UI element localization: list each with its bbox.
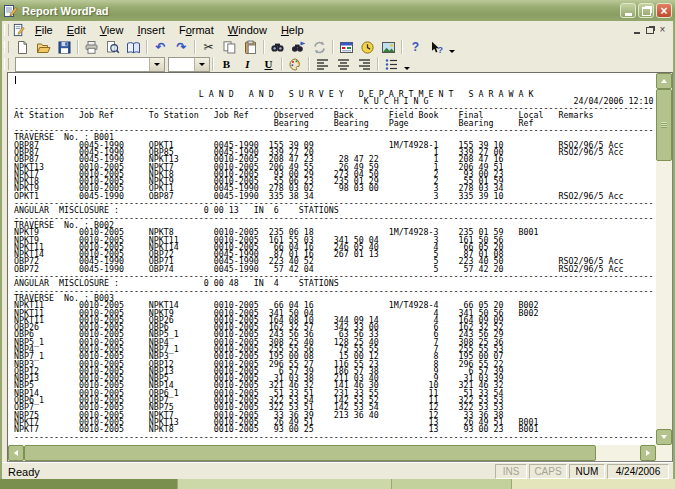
- horizontal-scroll-thumb[interactable]: [24, 445, 596, 461]
- menu-view[interactable]: View: [93, 22, 131, 38]
- copy-button[interactable]: [219, 39, 240, 56]
- menu-insert[interactable]: Insert: [130, 22, 172, 38]
- mdi-close-button[interactable]: ×: [656, 24, 669, 36]
- taskbar[interactable]: [0, 479, 675, 489]
- toolbar-options-chevron[interactable]: [402, 55, 411, 73]
- open-folder-button[interactable]: [33, 39, 54, 56]
- restore-button[interactable]: [638, 3, 654, 18]
- chevron-down-icon[interactable]: [194, 58, 209, 71]
- num-indicator: NUM: [569, 464, 605, 479]
- replace-button[interactable]: [309, 39, 330, 56]
- arrow-right-icon: [646, 450, 650, 456]
- mdi-restore-button[interactable]: [643, 24, 656, 36]
- undo-button[interactable]: ↶: [150, 39, 171, 56]
- find-button[interactable]: [267, 39, 288, 56]
- arrow-down-icon: [661, 435, 667, 439]
- close-button[interactable]: ×: [656, 3, 672, 18]
- window-title: Report WordPad: [22, 5, 109, 17]
- open-folder-icon: [36, 40, 51, 55]
- context-help-icon: ?: [429, 40, 444, 55]
- book-button[interactable]: [123, 39, 144, 56]
- toolbar-gripper[interactable]: [4, 24, 9, 36]
- scroll-up-button[interactable]: [656, 73, 672, 89]
- redo-button[interactable]: ↷: [171, 39, 192, 56]
- undo-icon: ↶: [155, 41, 165, 53]
- save-button[interactable]: [54, 39, 75, 56]
- menu-window[interactable]: Window: [221, 22, 274, 38]
- bold-button[interactable]: B: [216, 56, 237, 73]
- menu-file[interactable]: File: [28, 22, 60, 38]
- taskbar-tray[interactable]: [512, 479, 675, 489]
- toolbar-gripper[interactable]: [4, 58, 9, 70]
- font-name-combo[interactable]: [15, 57, 165, 72]
- scroll-down-button[interactable]: [656, 429, 672, 445]
- menu-bar: FileEditViewInsertFormatWindowHelp ×: [2, 21, 673, 39]
- cut-button[interactable]: ✂: [198, 39, 219, 56]
- date-time-icon: [360, 40, 375, 55]
- copy-icon: [222, 40, 237, 55]
- redo-icon: ↷: [176, 41, 186, 53]
- svg-text:?: ?: [438, 44, 444, 54]
- datasheet-button[interactable]: [336, 39, 357, 56]
- taskbar-button[interactable]: [0, 479, 178, 489]
- print-icon: [84, 40, 99, 55]
- toolbar-gripper[interactable]: [4, 41, 9, 53]
- mdi-window-buttons: ×: [630, 24, 669, 36]
- title-bar[interactable]: Report WordPad ×: [0, 0, 675, 21]
- align-right-button[interactable]: [354, 56, 375, 73]
- align-center-button[interactable]: [333, 56, 354, 73]
- document-area: L A N D A N D S U R V E Y D E P A R T M …: [7, 72, 673, 462]
- date-time-button[interactable]: [357, 39, 378, 56]
- help-icon: ?: [412, 41, 419, 53]
- underline-button[interactable]: U: [258, 56, 279, 73]
- save-icon: [57, 40, 72, 55]
- datasheet-icon: [339, 40, 354, 55]
- chevron-down-icon[interactable]: [149, 58, 164, 71]
- vertical-scrollbar[interactable]: [656, 73, 672, 445]
- mdi-restore-icon: [646, 27, 654, 34]
- mdi-minimize-button[interactable]: [630, 24, 643, 36]
- font-size-combo[interactable]: [168, 57, 210, 72]
- arrow-left-icon: [14, 450, 18, 456]
- bullets-button[interactable]: [381, 56, 402, 73]
- close-icon: ×: [660, 5, 667, 17]
- wordpad-app-icon: [3, 3, 18, 18]
- taskbar-button[interactable]: [392, 479, 512, 489]
- minimize-button[interactable]: [620, 3, 636, 18]
- context-help-button[interactable]: ?: [426, 39, 447, 56]
- menu-edit[interactable]: Edit: [60, 22, 93, 38]
- status-message: Ready: [2, 466, 495, 478]
- find-icon: [270, 40, 285, 55]
- scroll-left-button[interactable]: [8, 445, 24, 461]
- new-document-icon: [15, 40, 30, 55]
- find-next-button[interactable]: [288, 39, 309, 56]
- picture-icon: [381, 40, 396, 55]
- document-text[interactable]: L A N D A N D S U R V E Y D E P A R T M …: [8, 73, 656, 441]
- taskbar-button[interactable]: [178, 479, 392, 489]
- menu-help[interactable]: Help: [274, 22, 311, 38]
- align-right-icon: [357, 57, 372, 72]
- italic-button[interactable]: I: [237, 56, 258, 73]
- menu-format[interactable]: Format: [172, 22, 221, 38]
- print-preview-icon: [105, 40, 120, 55]
- picture-button[interactable]: [378, 39, 399, 56]
- status-date: 4/24/2006: [607, 464, 669, 479]
- scroll-right-button[interactable]: [640, 445, 656, 461]
- align-left-button[interactable]: [312, 56, 333, 73]
- color-icon: [288, 57, 303, 72]
- status-bar: Ready INS CAPS NUM 4/24/2006: [2, 462, 673, 480]
- toolbar-options-chevron[interactable]: [447, 38, 456, 56]
- bullets-icon: [384, 57, 399, 72]
- paste-button[interactable]: [240, 39, 261, 56]
- standard-toolbar: ↶↷✂??: [2, 38, 673, 57]
- caps-indicator: CAPS: [529, 464, 567, 479]
- document-page[interactable]: L A N D A N D S U R V E Y D E P A R T M …: [8, 73, 656, 445]
- new-document-button[interactable]: [12, 39, 33, 56]
- help-button[interactable]: ?: [405, 39, 426, 56]
- print-button[interactable]: [81, 39, 102, 56]
- color-button[interactable]: [285, 56, 306, 73]
- minimize-icon: [625, 13, 632, 16]
- print-preview-button[interactable]: [102, 39, 123, 56]
- horizontal-scrollbar[interactable]: [8, 445, 656, 461]
- vertical-scroll-thumb[interactable]: [656, 89, 672, 161]
